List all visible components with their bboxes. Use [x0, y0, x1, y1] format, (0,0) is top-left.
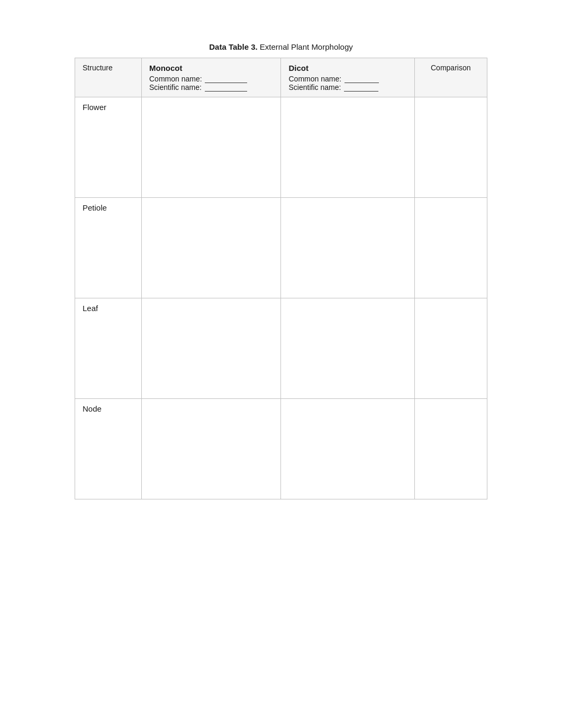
header-structure: Structure [75, 58, 142, 97]
monocot-scientific-label: Scientific name: [149, 83, 204, 92]
header-dicot: Dicot Common name: Scientific name: [281, 58, 414, 97]
header-monocot-title: Monocot [149, 63, 273, 72]
dicot-scientific-blank[interactable] [344, 91, 378, 92]
header-comparison: Comparison [414, 58, 487, 97]
dicot-flower-cell[interactable] [281, 97, 414, 198]
comparison-flower-cell[interactable] [414, 97, 487, 198]
monocot-leaf-cell[interactable] [142, 298, 281, 399]
comparison-leaf-cell[interactable] [414, 298, 487, 399]
structure-flower: Flower [75, 97, 142, 198]
structure-petiole: Petiole [75, 198, 142, 298]
structure-leaf: Leaf [75, 298, 142, 399]
table-title: Data Table 3. External Plant Morphology [75, 42, 487, 51]
table-row: Leaf [75, 298, 487, 399]
dicot-leaf-cell[interactable] [281, 298, 414, 399]
table-title-bold: Data Table 3. [209, 42, 257, 51]
monocot-flower-cell[interactable] [142, 97, 281, 198]
dicot-petiole-cell[interactable] [281, 198, 414, 298]
header-monocot: Monocot Common name: Scientific name: [142, 58, 281, 97]
dicot-node-cell[interactable] [281, 399, 414, 499]
monocot-common-blank[interactable] [205, 83, 247, 83]
dicot-common-label: Common name: [288, 75, 343, 83]
table-row: Petiole [75, 198, 487, 298]
monocot-node-cell[interactable] [142, 399, 281, 499]
data-table: Structure Monocot Common name: Scientifi… [75, 58, 487, 499]
monocot-scientific-blank[interactable] [205, 91, 247, 92]
table-title-regular: External Plant Morphology [258, 42, 353, 51]
page-container: Data Table 3. External Plant Morphology … [75, 42, 487, 499]
table-row: Flower [75, 97, 487, 198]
monocot-common-label: Common name: [149, 75, 204, 83]
comparison-petiole-cell[interactable] [414, 198, 487, 298]
monocot-petiole-cell[interactable] [142, 198, 281, 298]
dicot-common-blank[interactable] [345, 83, 379, 83]
structure-node: Node [75, 399, 142, 499]
dicot-scientific-label: Scientific name: [288, 83, 343, 92]
header-dicot-title: Dicot [288, 63, 406, 72]
table-row: Node [75, 399, 487, 499]
comparison-node-cell[interactable] [414, 399, 487, 499]
